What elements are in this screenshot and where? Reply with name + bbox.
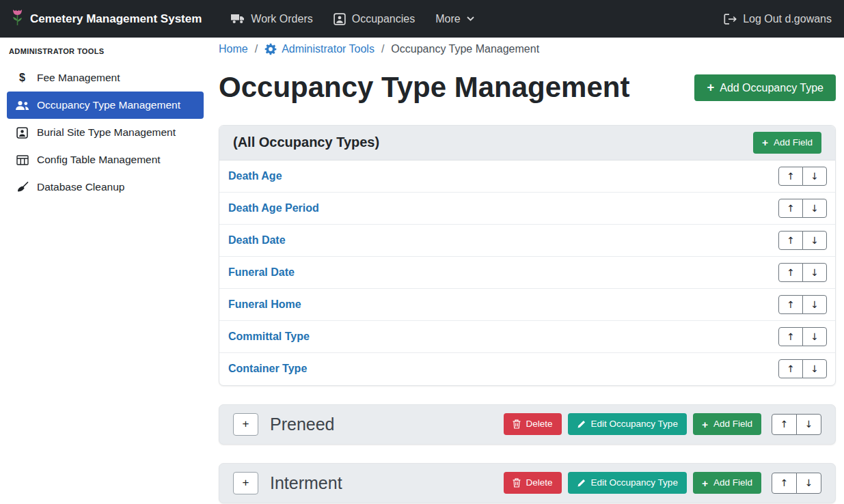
move-down-button[interactable]: ↓: [802, 231, 827, 250]
sidebar-item-label: Fee Management: [37, 72, 120, 84]
table-icon: [14, 155, 30, 165]
nav-occupancies[interactable]: Occupancies: [323, 13, 426, 25]
field-row: Funeral Home ↑ ↓: [219, 289, 835, 321]
move-up-button[interactable]: ↑: [778, 263, 803, 282]
delete-label: Delete: [526, 477, 553, 488]
field-link-funeral-home[interactable]: Funeral Home: [228, 298, 301, 311]
card-header: (All Occupancy Types) + Add Field: [219, 126, 835, 160]
add-occupancy-type-label: Add Occupancy Type: [720, 81, 823, 94]
move-up-button[interactable]: ↑: [778, 327, 803, 346]
field-link-death-age[interactable]: Death Age: [228, 170, 282, 182]
field-row: Death Age ↑ ↓: [219, 160, 835, 193]
occupancy-type-title: Interment: [270, 473, 504, 493]
move-up-button[interactable]: ↑: [778, 359, 803, 378]
move-down-button[interactable]: ↓: [802, 359, 827, 378]
reorder-buttons: ↑ ↓: [778, 359, 827, 378]
sidebar-item-label: Burial Site Type Management: [37, 126, 176, 139]
type-card-actions: Delete Edit Occupancy Type + Add Field ↑…: [504, 413, 821, 435]
occupancy-type-card-interment: + Interment Delete Edit Occupancy Type: [219, 463, 836, 503]
move-down-button[interactable]: ↓: [802, 327, 827, 346]
breadcrumb-admin-tools-link[interactable]: Administrator Tools: [264, 43, 375, 55]
sidebar-item-database-cleanup[interactable]: Database Cleanup: [7, 173, 204, 201]
reorder-buttons: ↑ ↓: [778, 263, 827, 282]
broom-icon: [14, 182, 30, 193]
type-card-actions: Delete Edit Occupancy Type + Add Field ↑…: [504, 472, 821, 494]
page-title: Occupancy Type Management: [219, 69, 629, 107]
person-box-icon: [14, 127, 30, 139]
move-up-button[interactable]: ↑: [772, 473, 797, 494]
move-down-button[interactable]: ↓: [802, 263, 827, 282]
breadcrumb-current: Occupancy Type Management: [391, 43, 539, 55]
card-title: (All Occupancy Types): [233, 135, 379, 150]
flower-logo-icon: [11, 8, 24, 30]
person-box-icon: [333, 13, 346, 25]
expand-button[interactable]: +: [233, 472, 258, 494]
add-field-label: Add Field: [774, 137, 813, 148]
pencil-icon: [577, 420, 586, 429]
field-row: Death Date ↑ ↓: [219, 225, 835, 257]
nav-more[interactable]: More: [425, 13, 484, 25]
breadcrumb-home-link[interactable]: Home: [219, 43, 248, 55]
add-field-label: Add Field: [713, 419, 752, 430]
plus-icon: +: [707, 81, 714, 94]
move-up-button[interactable]: ↑: [778, 199, 803, 218]
expand-button[interactable]: +: [233, 413, 258, 436]
add-field-button[interactable]: + Add Field: [753, 132, 821, 154]
breadcrumb-separator: /: [381, 43, 384, 55]
breadcrumb-admin-tools-label: Administrator Tools: [282, 43, 375, 55]
delete-button[interactable]: Delete: [504, 472, 562, 494]
add-occupancy-type-button[interactable]: + Add Occupancy Type: [694, 74, 836, 101]
dollar-icon: $: [14, 72, 30, 84]
move-up-button[interactable]: ↑: [778, 231, 803, 250]
edit-occupancy-type-button[interactable]: Edit Occupancy Type: [568, 472, 687, 494]
delete-button[interactable]: Delete: [504, 413, 562, 435]
move-up-button[interactable]: ↑: [778, 295, 803, 314]
logout-label: Log Out d.gowans: [743, 13, 832, 25]
trash-icon: [513, 478, 521, 488]
reorder-buttons: ↑ ↓: [778, 231, 827, 250]
field-link-funeral-date[interactable]: Funeral Date: [228, 266, 295, 279]
sidebar-item-burial-site-type-management[interactable]: Burial Site Type Management: [7, 119, 204, 146]
reorder-buttons: ↑ ↓: [778, 167, 827, 186]
app-brand[interactable]: Cemetery Management System: [11, 8, 202, 30]
add-field-button[interactable]: + Add Field: [693, 472, 761, 494]
sidebar-item-label: Occupancy Type Management: [37, 99, 180, 111]
top-navbar: Cemetery Management System Work Orders O…: [0, 0, 844, 38]
main-content: Home / Administrator Tools / Occupancy T…: [210, 38, 844, 504]
sidebar-item-fee-management[interactable]: $ Fee Management: [7, 64, 204, 92]
field-row: Funeral Date ↑ ↓: [219, 257, 835, 289]
truck-icon: [231, 14, 245, 24]
logout-link[interactable]: Log Out d.gowans: [713, 13, 833, 25]
field-link-death-age-period[interactable]: Death Age Period: [228, 202, 319, 214]
field-link-container-type[interactable]: Container Type: [228, 363, 307, 375]
sidebar-item-occupancy-type-management[interactable]: Occupancy Type Management: [7, 92, 204, 119]
reorder-buttons: ↑ ↓: [778, 199, 827, 218]
plus-icon: +: [702, 419, 708, 430]
field-row: Container Type ↑ ↓: [219, 353, 835, 385]
add-field-button[interactable]: + Add Field: [693, 413, 761, 435]
title-row: Occupancy Type Management + Add Occupanc…: [219, 69, 836, 107]
pencil-icon: [577, 479, 586, 488]
move-down-button[interactable]: ↓: [802, 167, 827, 186]
reorder-buttons: ↑ ↓: [778, 295, 827, 314]
sidebar-item-label: Database Cleanup: [37, 181, 124, 193]
sidebar-item-label: Config Table Management: [37, 154, 161, 166]
trash-icon: [513, 419, 521, 429]
nav-more-label: More: [435, 13, 460, 25]
users-icon: [14, 100, 30, 111]
edit-occupancy-type-button[interactable]: Edit Occupancy Type: [568, 413, 687, 435]
move-up-button[interactable]: ↑: [778, 167, 803, 186]
nav-work-orders[interactable]: Work Orders: [221, 13, 323, 25]
move-down-button[interactable]: ↓: [796, 473, 821, 494]
sidebar: ADMINISTRATOR TOOLS $ Fee Management Occ…: [0, 38, 210, 504]
chevron-down-icon: [467, 16, 474, 21]
move-down-button[interactable]: ↓: [802, 199, 827, 218]
move-up-button[interactable]: ↑: [772, 414, 797, 435]
field-link-death-date[interactable]: Death Date: [228, 234, 286, 247]
gear-icon: [264, 43, 277, 55]
app-title: Cemetery Management System: [30, 12, 202, 26]
move-down-button[interactable]: ↓: [796, 414, 821, 435]
field-link-committal-type[interactable]: Committal Type: [228, 331, 310, 343]
sidebar-item-config-table-management[interactable]: Config Table Management: [7, 146, 204, 173]
move-down-button[interactable]: ↓: [802, 295, 827, 314]
